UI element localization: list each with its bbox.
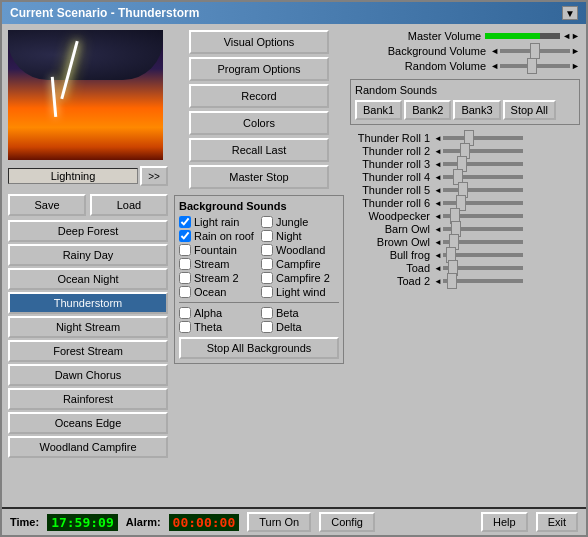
config-button[interactable]: Config <box>319 512 375 532</box>
sound-label-5: Woodland <box>276 244 325 256</box>
brainwave-checkbox-0[interactable] <box>179 307 191 319</box>
random-sound-slider-10[interactable] <box>443 266 523 270</box>
sound-checkbox-0[interactable] <box>179 216 191 228</box>
brainwave-checkbox-3[interactable] <box>261 321 273 333</box>
random-sound-row-11: Toad 2◄ <box>350 275 580 287</box>
bank-buttons: Bank1 Bank2 Bank3 Stop All <box>355 100 575 120</box>
right-panel: Master Volume ◄► Background Volume ◄ ► <box>350 30 580 501</box>
sound-item-7: Campfire <box>261 258 339 270</box>
vol-bar-green <box>485 33 540 39</box>
background-volume-slider[interactable] <box>500 49 570 53</box>
random-sound-slider-11[interactable] <box>443 279 523 283</box>
sound-slider-left-1: ◄ <box>434 147 442 156</box>
random-sound-label-9: Bull frog <box>350 249 430 261</box>
random-volume-slider[interactable] <box>500 64 570 68</box>
brainwave-label-2: Theta <box>194 321 222 333</box>
random-sound-slider-6[interactable] <box>443 214 523 218</box>
alarm-value: 00:00:00 <box>169 514 240 531</box>
exit-button[interactable]: Exit <box>536 512 578 532</box>
save-button[interactable]: Save <box>8 194 86 216</box>
sound-item-3: Night <box>261 230 339 242</box>
random-sound-label-2: Thunder roll 3 <box>350 158 430 170</box>
status-bar: Time: 17:59:09 Alarm: 00:00:00 Turn On C… <box>2 507 586 535</box>
sound-slider-left-8: ◄ <box>434 238 442 247</box>
random-sound-slider-7[interactable] <box>443 227 523 231</box>
sound-checkbox-5[interactable] <box>261 244 273 256</box>
random-sound-slider-2[interactable] <box>443 162 523 166</box>
rand-vol-slider-wrap: ◄ ► <box>490 61 580 71</box>
sound-slider-left-6: ◄ <box>434 212 442 221</box>
sound-checkbox-3[interactable] <box>261 230 273 242</box>
random-sound-slider-9[interactable] <box>443 253 523 257</box>
scenario-btn-0[interactable]: Deep Forest <box>8 220 168 242</box>
center-btn-4[interactable]: Recall Last <box>189 138 329 162</box>
center-btn-5[interactable]: Master Stop <box>189 165 329 189</box>
sound-checkbox-11[interactable] <box>261 286 273 298</box>
sound-slider-left-0: ◄ <box>434 134 442 143</box>
random-sound-slider-0[interactable] <box>443 136 523 140</box>
sound-item-5: Woodland <box>261 244 339 256</box>
preview-area <box>8 30 163 160</box>
center-btn-1[interactable]: Program Options <box>189 57 329 81</box>
scenario-btn-4[interactable]: Night Stream <box>8 316 168 338</box>
random-sounds-title: Random Sounds <box>355 84 575 96</box>
sound-label-9: Campfire 2 <box>276 272 330 284</box>
stop-all-button[interactable]: Stop All <box>503 100 556 120</box>
stop-all-backgrounds-button[interactable]: Stop All Backgrounds <box>179 337 339 359</box>
sound-checkbox-9[interactable] <box>261 272 273 284</box>
sound-item-9: Campfire 2 <box>261 272 339 284</box>
sound-checkbox-10[interactable] <box>179 286 191 298</box>
sound-item-2: Rain on roof <box>179 230 257 242</box>
sound-checkbox-6[interactable] <box>179 258 191 270</box>
sound-slider-left-3: ◄ <box>434 173 442 182</box>
bank3-button[interactable]: Bank3 <box>453 100 500 120</box>
scenario-btn-1[interactable]: Rainy Day <box>8 244 168 266</box>
sound-label-6: Stream <box>194 258 229 270</box>
sound-item-4: Fountain <box>179 244 257 256</box>
sound-label-4: Fountain <box>194 244 237 256</box>
center-btn-3[interactable]: Colors <box>189 111 329 135</box>
scenario-btn-7[interactable]: Rainforest <box>8 388 168 410</box>
random-volume-row: Random Volume ◄ ► <box>350 60 580 72</box>
master-volume-bar: ◄► <box>485 31 580 41</box>
vol-expand-icon: ◄► <box>562 31 580 41</box>
bank2-button[interactable]: Bank2 <box>404 100 451 120</box>
left-panel: Lightning >> Save Load Deep ForestRainy … <box>8 30 168 501</box>
center-btn-2[interactable]: Record <box>189 84 329 108</box>
random-sound-label-3: Thunder roll 4 <box>350 171 430 183</box>
title-bar: Current Scenario - Thunderstorm ▼ <box>2 2 586 24</box>
load-button[interactable]: Load <box>90 194 168 216</box>
sound-slider-left-4: ◄ <box>434 186 442 195</box>
brainwave-checkbox-1[interactable] <box>261 307 273 319</box>
sound-slider-left-7: ◄ <box>434 225 442 234</box>
turn-on-button[interactable]: Turn On <box>247 512 311 532</box>
random-sound-slider-3[interactable] <box>443 175 523 179</box>
scenario-btn-2[interactable]: Ocean Night <box>8 268 168 290</box>
center-btn-0[interactable]: Visual Options <box>189 30 329 54</box>
random-sound-slider-1[interactable] <box>443 149 523 153</box>
brainwave-item-1: Beta <box>261 307 339 319</box>
brainwave-checkbox-2[interactable] <box>179 321 191 333</box>
random-sound-slider-8[interactable] <box>443 240 523 244</box>
scenario-btn-6[interactable]: Dawn Chorus <box>8 364 168 386</box>
main-window: Current Scenario - Thunderstorm ▼ Lightn… <box>0 0 588 537</box>
sound-label-7: Campfire <box>276 258 321 270</box>
sound-item-8: Stream 2 <box>179 272 257 284</box>
scenario-btn-9[interactable]: Woodland Campfire <box>8 436 168 458</box>
help-button[interactable]: Help <box>481 512 528 532</box>
sound-checkbox-7[interactable] <box>261 258 273 270</box>
arrow-button[interactable]: >> <box>140 166 168 186</box>
sound-checkbox-4[interactable] <box>179 244 191 256</box>
bg-vol-right-icon: ► <box>571 46 580 56</box>
sound-checkbox-2[interactable] <box>179 230 191 242</box>
random-sound-slider-4[interactable] <box>443 188 523 192</box>
random-sound-slider-5[interactable] <box>443 201 523 205</box>
minimize-button[interactable]: ▼ <box>562 6 578 20</box>
sound-checkbox-8[interactable] <box>179 272 191 284</box>
time-value: 17:59:09 <box>47 514 118 531</box>
scenario-btn-3[interactable]: Thunderstorm <box>8 292 168 314</box>
scenario-btn-5[interactable]: Forest Stream <box>8 340 168 362</box>
sound-checkbox-1[interactable] <box>261 216 273 228</box>
bank1-button[interactable]: Bank1 <box>355 100 402 120</box>
scenario-btn-8[interactable]: Oceans Edge <box>8 412 168 434</box>
